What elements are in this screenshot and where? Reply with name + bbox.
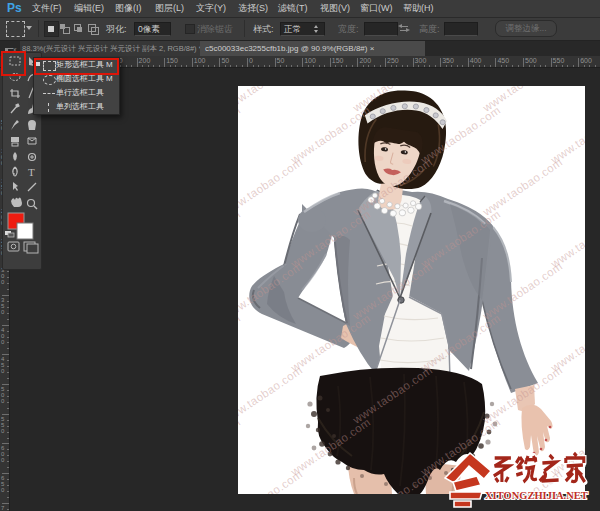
svg-text:150: 150 [332,57,344,64]
svg-text:150: 150 [166,57,178,64]
svg-text:500: 500 [525,57,537,64]
svg-text:XITONGZHIJIA.NET: XITONGZHIJIA.NET [485,490,588,501]
svg-text:300: 300 [415,57,427,64]
svg-text:50: 50 [221,57,229,64]
svg-text:200: 200 [359,57,371,64]
svg-text:200: 200 [139,57,151,64]
svg-text:350: 350 [442,57,454,64]
svg-text:250: 250 [387,57,399,64]
svg-text:400: 400 [470,57,482,64]
svg-text:550: 550 [553,57,565,64]
svg-text:100: 100 [194,57,206,64]
svg-text:50: 50 [277,57,285,64]
svg-text:600: 600 [580,57,592,64]
svg-text:100: 100 [304,57,316,64]
svg-text:0: 0 [249,57,253,64]
svg-text:T: T [28,166,35,178]
svg-text:450: 450 [497,57,509,64]
